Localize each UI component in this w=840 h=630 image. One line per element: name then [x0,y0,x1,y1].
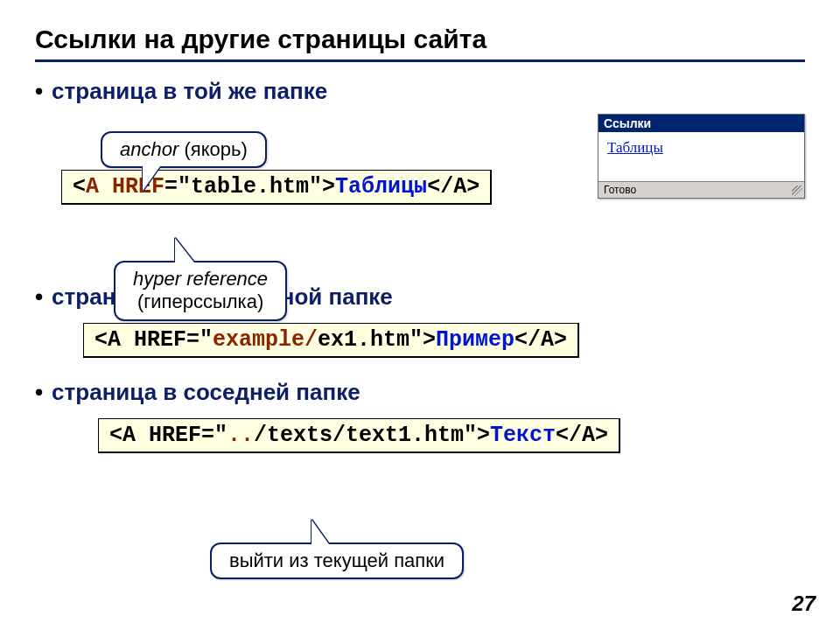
code1-close: </A> [427,174,480,200]
callout-href-rest: (гиперссылка) [137,290,263,312]
code2-folder: example/ [213,327,318,353]
code3-dots: .. [228,423,254,448]
code-same-folder: <A HREF="table.htm">Таблицы</A> [61,170,492,205]
code2-rest: ex1.htm"> [318,327,436,353]
code-sib-folder: <A HREF="../texts/text1.htm">Текст</A> [98,418,620,453]
callout-href: hyper reference (гиперссылка) [114,261,287,321]
browser-content: Таблицы [598,132,804,181]
code1-lt: < [73,174,86,200]
callout-anchor-it: anchor [120,138,178,160]
browser-statusbar: Готово [598,181,804,198]
resize-grip-icon [792,186,802,196]
code2-link: Пример [436,327,514,353]
slide: Ссылки на другие страницы сайта страница… [0,0,840,630]
title-underline [35,60,805,62]
browser-preview: Ссылки Таблицы Готово [598,114,805,199]
code1-link: Таблицы [335,174,427,200]
browser-link[interactable]: Таблицы [607,139,663,156]
code3-close: </A> [556,423,608,448]
code2-pre: <A HREF=" [94,327,213,353]
callout-href-it: hyper reference [133,268,268,290]
code3-rest: /texts/text1.htm"> [254,423,490,448]
page-number: 27 [792,592,816,616]
code1-sp [99,174,112,200]
code3-pre: <A HREF=" [109,423,228,448]
code2-close: </A> [514,327,567,353]
browser-titlebar: Ссылки [598,115,804,132]
bullet-same-folder: страница в той же папке [35,78,805,105]
callout-dotdot: выйти из текущей папки [210,542,464,579]
code1-a: A [86,174,99,200]
callout-dotdot-text: выйти из текущей папки [229,550,444,571]
page-title: Ссылки на другие страницы сайта [35,24,805,54]
bullet-sib-folder: страница в соседней папке [35,379,805,406]
code3-link: Текст [490,423,556,448]
code-sub-folder: <A HREF="example/ex1.htm">Пример</A> [83,323,579,358]
code1-eq: ="table.htm"> [164,174,335,200]
callout-anchor-rest: (якорь) [178,138,247,160]
callout-anchor: anchor (якорь) [101,131,267,168]
browser-status-text: Готово [604,184,636,196]
